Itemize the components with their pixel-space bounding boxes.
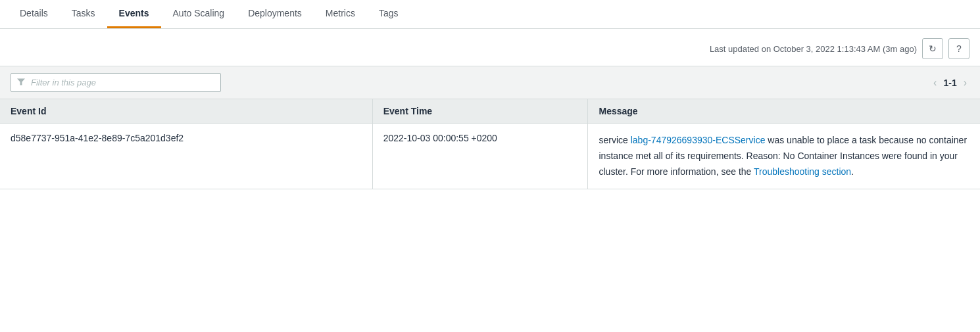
pagination-next-button[interactable]: ›: [961, 77, 969, 89]
tab-metrics[interactable]: Metrics: [314, 0, 367, 28]
help-icon: ?: [956, 43, 962, 54]
refresh-icon: ↻: [929, 43, 937, 54]
cell-message: service labg-747926693930-ECSService was…: [588, 124, 980, 189]
cell-event-time: 2022-10-03 00:00:55 +0200: [372, 124, 588, 189]
filter-bar: ‹ 1-1 ›: [0, 66, 980, 99]
col-header-message: Message: [588, 99, 980, 124]
table-row: d58e7737-951a-41e2-8e89-7c5a201d3ef22022…: [0, 124, 980, 189]
chevron-right-icon: ›: [964, 77, 967, 88]
col-header-event-time: Event Time: [372, 99, 588, 124]
filter-input[interactable]: [11, 73, 221, 92]
troubleshooting-link[interactable]: Troubleshooting section: [754, 166, 851, 177]
col-header-event-id: Event Id: [0, 99, 372, 124]
help-button[interactable]: ?: [948, 38, 969, 59]
svg-marker-0: [17, 78, 25, 85]
pagination-prev-button[interactable]: ‹: [931, 77, 939, 89]
tabs-bar: DetailsTasksEventsAuto ScalingDeployment…: [0, 0, 980, 29]
refresh-button[interactable]: ↻: [922, 38, 943, 59]
tab-details[interactable]: Details: [8, 0, 60, 28]
pagination-label: 1-1: [943, 78, 956, 88]
tab-events[interactable]: Events: [107, 0, 161, 28]
filter-icon: [17, 78, 25, 87]
cell-event-id: d58e7737-951a-41e2-8e89-7c5a201d3ef2: [0, 124, 372, 189]
filter-input-wrap: [11, 73, 221, 92]
last-updated-text: Last updated on October 3, 2022 1:13:43 …: [710, 44, 917, 54]
last-updated-row: Last updated on October 3, 2022 1:13:43 …: [0, 29, 980, 66]
pagination: ‹ 1-1 ›: [931, 77, 969, 89]
tab-tasks[interactable]: Tasks: [60, 0, 107, 28]
chevron-left-icon: ‹: [933, 77, 937, 88]
content: Last updated on October 3, 2022 1:13:43 …: [0, 29, 980, 189]
tab-auto-scaling[interactable]: Auto Scaling: [161, 0, 237, 28]
tab-deployments[interactable]: Deployments: [236, 0, 314, 28]
events-table: Event Id Event Time Message d58e7737-951…: [0, 99, 980, 189]
tab-tags[interactable]: Tags: [367, 0, 410, 28]
table-header-row: Event Id Event Time Message: [0, 99, 980, 124]
ecs-service-link[interactable]: labg-747926693930-ECSService: [631, 135, 766, 145]
message-text: service labg-747926693930-ECSService was…: [599, 135, 967, 177]
